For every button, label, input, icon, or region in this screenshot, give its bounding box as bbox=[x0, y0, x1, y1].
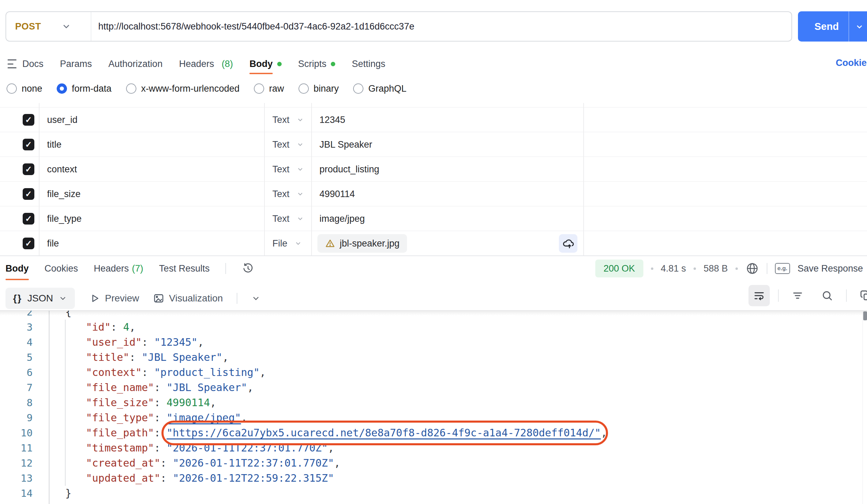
type-dropdown[interactable]: File bbox=[272, 231, 302, 256]
filter-icon bbox=[791, 289, 804, 302]
chevron-down-icon bbox=[61, 21, 72, 32]
format-dropdown[interactable]: {} JSON bbox=[6, 288, 75, 309]
tab-authorization[interactable]: Authorization bbox=[108, 54, 163, 74]
param-value[interactable]: product_listing bbox=[320, 157, 379, 182]
response-tab-body[interactable]: Body bbox=[6, 263, 29, 274]
tab-params[interactable]: Params bbox=[60, 54, 92, 74]
copy-icon[interactable] bbox=[855, 285, 867, 306]
dot-separator bbox=[651, 267, 653, 270]
divider bbox=[848, 11, 849, 42]
chevron-down-icon bbox=[297, 116, 304, 124]
row-checkbox[interactable]: ✓ bbox=[23, 114, 34, 126]
row-checkbox[interactable]: ✓ bbox=[23, 139, 34, 150]
radio-x-www-form-urlencoded[interactable]: x-www-form-urlencoded bbox=[126, 84, 240, 94]
request-tabs: Docs Params Authorization Headers (8) Bo… bbox=[8, 54, 385, 74]
response-tab-cookies[interactable]: Cookies bbox=[45, 263, 78, 274]
docs-icon bbox=[8, 59, 18, 68]
row-checkbox[interactable]: ✓ bbox=[23, 213, 34, 224]
radio-form-data[interactable]: form-data bbox=[57, 84, 111, 94]
radio-graphql[interactable]: GraphQL bbox=[353, 84, 406, 94]
table-row: ✓ file_type Text image/jpeg bbox=[0, 206, 867, 231]
request-url-bar: POST bbox=[6, 11, 792, 42]
word-wrap-button[interactable] bbox=[749, 285, 770, 306]
param-key[interactable]: file_size bbox=[47, 182, 81, 206]
visualization-button[interactable]: Visualization bbox=[153, 293, 223, 304]
upload-file-button[interactable] bbox=[559, 234, 577, 253]
history-icon[interactable] bbox=[242, 262, 254, 275]
code-line: 5"title": "JBL Speaker", bbox=[0, 350, 867, 365]
radio-raw[interactable]: raw bbox=[254, 84, 284, 94]
row-checkbox[interactable]: ✓ bbox=[23, 163, 34, 175]
file-path-link[interactable]: "https://6ca2u7ybx5.ucarecd.net/8e8a70f8… bbox=[167, 427, 601, 439]
radio-selected-icon bbox=[57, 84, 67, 94]
code-line-file-path: 10"file_path": "https://6ca2u7ybx5.ucare… bbox=[0, 425, 867, 440]
file-chip[interactable]: jbl-speaker.jpg bbox=[318, 234, 407, 253]
param-key[interactable]: title bbox=[47, 132, 62, 157]
radio-icon bbox=[126, 84, 136, 94]
type-dropdown[interactable]: Text bbox=[272, 157, 304, 182]
code-line: 4"user_id": "12345", bbox=[0, 335, 867, 350]
param-key[interactable]: user_id bbox=[47, 108, 78, 132]
table-row: ✓ context Text product_listing bbox=[0, 156, 867, 181]
green-dot-icon bbox=[331, 62, 335, 66]
response-time: 4.81 s bbox=[661, 263, 686, 274]
filter-button[interactable] bbox=[787, 285, 808, 306]
search-icon[interactable] bbox=[816, 285, 838, 306]
radio-none[interactable]: none bbox=[7, 84, 42, 94]
response-size: 588 B bbox=[704, 263, 728, 274]
preview-button[interactable]: Preview bbox=[89, 293, 139, 304]
viewer-tools-right bbox=[749, 285, 867, 306]
dot-separator bbox=[736, 267, 738, 270]
row-checkbox[interactable]: ✓ bbox=[23, 188, 34, 200]
cookies-link[interactable]: Cookies bbox=[836, 58, 867, 68]
dot-separator bbox=[694, 267, 696, 270]
response-tab-test-results[interactable]: Test Results bbox=[159, 263, 210, 274]
scrollbar-thumb[interactable] bbox=[863, 311, 867, 320]
method-label: POST bbox=[15, 21, 41, 32]
chevron-down-icon[interactable] bbox=[251, 294, 261, 303]
visualization-icon bbox=[153, 293, 164, 304]
tab-scripts[interactable]: Scripts bbox=[298, 54, 335, 74]
chevron-down-icon bbox=[297, 141, 304, 148]
globe-icon[interactable] bbox=[746, 262, 759, 275]
file-type-link[interactable]: "image/jpeg" bbox=[167, 412, 241, 424]
code-line: 14} bbox=[0, 486, 867, 501]
row-checkbox[interactable]: ✓ bbox=[23, 238, 34, 249]
response-headers-count: (7) bbox=[132, 263, 143, 274]
body-type-selector: none form-data x-www-form-urlencoded raw… bbox=[7, 82, 406, 96]
type-dropdown[interactable]: Text bbox=[272, 132, 304, 157]
type-dropdown[interactable]: Text bbox=[272, 206, 304, 231]
radio-binary[interactable]: binary bbox=[299, 84, 339, 94]
word-wrap-icon bbox=[753, 289, 765, 302]
method-selector[interactable]: POST bbox=[6, 12, 91, 41]
table-row: ✓ user_id Text 12345 bbox=[0, 107, 867, 132]
param-value[interactable]: 12345 bbox=[320, 108, 345, 132]
response-tab-headers[interactable]: Headers(7) bbox=[94, 263, 143, 274]
tab-headers[interactable]: Headers (8) bbox=[179, 54, 233, 74]
url-input[interactable] bbox=[92, 12, 791, 41]
param-key[interactable]: file_type bbox=[47, 206, 82, 231]
headers-count: (8) bbox=[222, 59, 233, 69]
code-line: 12"created_at": "2026-01-11T22:37:01.770… bbox=[0, 456, 867, 471]
param-key[interactable]: file bbox=[47, 231, 59, 256]
table-row: ✓ title Text JBL Speaker bbox=[0, 132, 867, 156]
type-dropdown[interactable]: Text bbox=[272, 182, 304, 206]
save-response-button[interactable]: Save Response bbox=[798, 263, 863, 274]
divider bbox=[767, 263, 767, 274]
chevron-down-icon bbox=[297, 190, 304, 198]
chevron-down-icon[interactable] bbox=[855, 22, 864, 31]
param-value[interactable]: image/jpeg bbox=[320, 206, 365, 231]
example-icon: e.g. bbox=[775, 263, 790, 274]
param-key[interactable]: context bbox=[47, 157, 77, 182]
param-value[interactable]: 4990114 bbox=[320, 182, 355, 206]
chevron-down-icon bbox=[297, 165, 304, 173]
param-value[interactable]: JBL Speaker bbox=[320, 132, 372, 157]
tab-settings[interactable]: Settings bbox=[352, 54, 385, 74]
braces-icon: {} bbox=[13, 293, 22, 304]
preview-icon bbox=[89, 293, 100, 304]
tab-docs[interactable]: Docs bbox=[8, 54, 44, 74]
code-line: 3"id": 4, bbox=[0, 320, 867, 335]
type-dropdown[interactable]: Text bbox=[272, 108, 304, 132]
send-button[interactable]: Send bbox=[798, 11, 867, 42]
tab-body[interactable]: Body bbox=[249, 54, 282, 74]
